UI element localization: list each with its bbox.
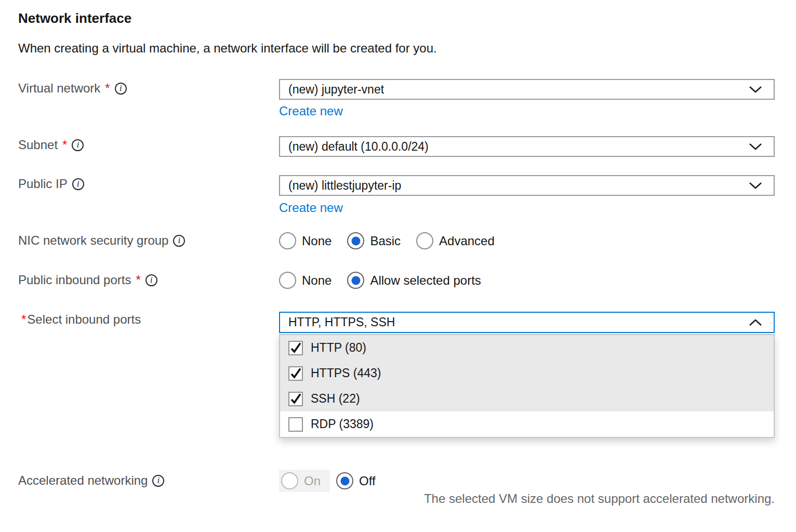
label-text: Subnet (18, 138, 58, 152)
radio-icon (279, 232, 296, 249)
subnet-value: (new) default (10.0.0.0/24) (288, 140, 429, 154)
radio-label: Advanced (439, 234, 495, 248)
checkbox-checked-icon[interactable] (288, 341, 303, 355)
checkbox-checked-icon[interactable] (288, 366, 303, 381)
virtual-network-select[interactable]: (new) jupyter-vnet (279, 79, 775, 100)
label-text: NIC network security group (18, 233, 168, 248)
inbound-ports-option-allow-selected[interactable]: Allow selected ports (347, 272, 481, 289)
radio-selected-icon (347, 272, 364, 289)
public-ip-label: Public IP i (18, 177, 84, 191)
accelerated-networking-option-on: On (279, 470, 330, 492)
label-text: Public inbound ports (18, 273, 131, 287)
radio-label: Basic (370, 234, 401, 248)
label-text: Accelerated networking (18, 473, 148, 488)
info-icon[interactable]: i (173, 235, 185, 247)
info-icon[interactable]: i (72, 178, 84, 190)
nic-nsg-option-advanced[interactable]: Advanced (416, 232, 495, 249)
nic-nsg-label: NIC network security group i (18, 233, 185, 248)
dropdown-option-rdp[interactable]: RDP (3389) (280, 411, 774, 437)
dropdown-option-label: RDP (3389) (311, 417, 374, 431)
select-inbound-ports-value: HTTP, HTTPS, SSH (288, 315, 395, 329)
section-description: When creating a virtual machine, a netwo… (18, 41, 437, 56)
accelerated-networking-label: Accelerated networking i (18, 473, 164, 488)
dropdown-option-http[interactable]: HTTP (80) (280, 335, 774, 361)
virtual-network-value: (new) jupyter-vnet (288, 83, 384, 97)
select-inbound-ports-combobox[interactable]: HTTP, HTTPS, SSH (279, 312, 775, 333)
radio-label: None (302, 273, 331, 288)
required-asterisk: * (105, 81, 110, 96)
required-asterisk: * (136, 273, 140, 287)
virtual-network-create-new-link[interactable]: Create new (279, 104, 343, 118)
dropdown-option-label: SSH (22) (311, 392, 360, 406)
dropdown-option-label: HTTPS (443) (311, 366, 381, 380)
public-ip-select[interactable]: (new) littlestjupyter-ip (279, 175, 775, 196)
radio-selected-icon (336, 472, 353, 489)
label-text: Virtual network (18, 81, 100, 96)
inbound-ports-dropdown-panel: HTTP (80) HTTPS (443) SSH (22) RDP (3389… (279, 334, 775, 438)
chevron-down-icon (749, 143, 762, 150)
info-icon[interactable]: i (115, 83, 127, 95)
info-icon[interactable]: i (152, 475, 164, 487)
radio-label: On (304, 474, 321, 488)
select-inbound-ports-label: * Select inbound ports (21, 312, 141, 327)
nic-nsg-option-none[interactable]: None (279, 232, 331, 249)
radio-label: Off (359, 474, 376, 488)
virtual-network-label: Virtual network * i (18, 81, 127, 96)
subnet-select[interactable]: (new) default (10.0.0.0/24) (279, 136, 775, 157)
required-asterisk: * (21, 312, 26, 327)
radio-disabled-icon (281, 472, 298, 489)
chevron-down-icon (749, 182, 762, 189)
nic-nsg-option-basic[interactable]: Basic (347, 232, 401, 249)
public-inbound-ports-radio-group: None Allow selected ports (279, 272, 481, 289)
chevron-down-icon (749, 86, 762, 93)
accelerated-networking-note: The selected VM size does not support ac… (424, 491, 775, 506)
required-asterisk: * (62, 138, 67, 152)
public-ip-value: (new) littlestjupyter-ip (288, 179, 401, 193)
inbound-ports-option-none[interactable]: None (279, 272, 331, 289)
accelerated-networking-radio-group: On Off (279, 470, 376, 492)
public-inbound-ports-label: Public inbound ports * i (18, 273, 157, 287)
label-text: Select inbound ports (27, 312, 141, 327)
accelerated-networking-option-off[interactable]: Off (336, 472, 376, 489)
radio-label: Allow selected ports (370, 273, 481, 288)
chevron-up-icon (749, 319, 762, 326)
dropdown-option-ssh[interactable]: SSH (22) (280, 386, 774, 411)
label-text: Public IP (18, 177, 68, 191)
nic-nsg-radio-group: None Basic Advanced (279, 232, 495, 249)
radio-icon (279, 272, 296, 289)
dropdown-option-label: HTTP (80) (311, 341, 366, 355)
subnet-label: Subnet * i (18, 138, 84, 152)
checkbox-unchecked-icon[interactable] (288, 417, 303, 432)
dropdown-option-https[interactable]: HTTPS (443) (280, 361, 774, 386)
info-icon[interactable]: i (145, 274, 157, 286)
checkbox-checked-icon[interactable] (288, 392, 303, 406)
public-ip-create-new-link[interactable]: Create new (279, 201, 343, 215)
section-title: Network interface (18, 10, 131, 26)
radio-icon (416, 232, 433, 249)
radio-label: None (302, 234, 331, 248)
radio-selected-icon (347, 232, 364, 249)
info-icon[interactable]: i (72, 139, 84, 151)
